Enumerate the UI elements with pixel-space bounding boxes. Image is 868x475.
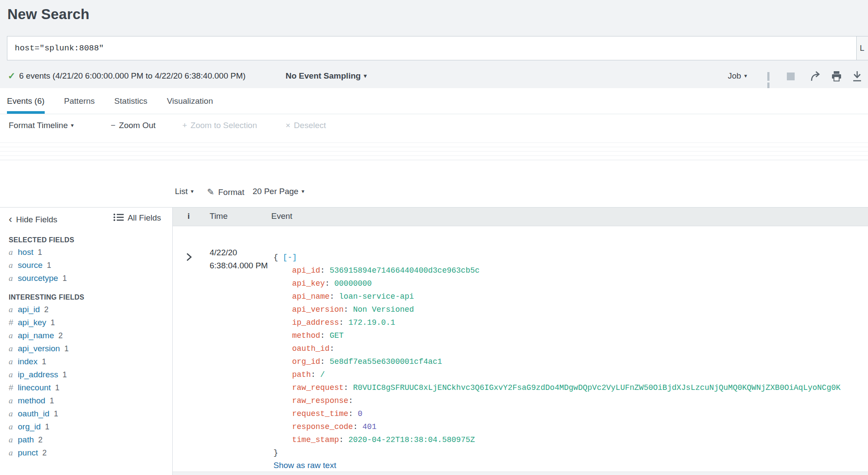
- field-row-api-name: aapi_name2: [0, 329, 172, 342]
- zoom-out-label: Zoom Out: [119, 121, 155, 130]
- json-value[interactable]: /: [320, 370, 325, 379]
- search-input[interactable]: host="splunk:8088": [7, 36, 856, 60]
- format-timeline-button[interactable]: Format Timeline▾: [9, 121, 74, 130]
- field-link-sourcetype[interactable]: sourcetype: [18, 274, 58, 283]
- print-icon[interactable]: [831, 70, 842, 84]
- timeline-controls: Format Timeline▾ −Zoom Out +Zoom to Sele…: [0, 115, 868, 135]
- json-key[interactable]: time_stamp: [292, 435, 339, 444]
- json-entry-api-id: api_id: 536915894e71466440400d3ce963cb5c: [273, 264, 841, 277]
- field-link-index[interactable]: index: [18, 357, 37, 366]
- format-timeline-label: Format Timeline: [9, 121, 68, 130]
- field-link-oauth-id[interactable]: oauth_id: [18, 409, 49, 418]
- deselect-label: Deselect: [294, 121, 326, 130]
- hide-fields-button[interactable]: ‹Hide Fields: [9, 213, 57, 225]
- json-key[interactable]: response_code: [292, 422, 353, 431]
- tab-statistics[interactable]: Statistics: [114, 88, 147, 114]
- pause-icon[interactable]: [767, 72, 774, 81]
- json-key[interactable]: api_name: [292, 292, 329, 301]
- list-view-dropdown[interactable]: List▾: [175, 187, 194, 196]
- share-icon[interactable]: [810, 71, 822, 84]
- field-count: 1: [51, 318, 55, 327]
- info-column-header: i: [187, 211, 190, 221]
- field-link-method[interactable]: method: [18, 396, 45, 405]
- field-count: 2: [42, 449, 46, 457]
- all-fields-button[interactable]: All Fields: [113, 213, 161, 224]
- json-entry-request-time: request_time: 0: [273, 407, 841, 420]
- field-link-path[interactable]: path: [18, 435, 34, 444]
- text-field-icon: a: [9, 272, 16, 285]
- json-entry-oauth-id: oauth_id:: [273, 342, 841, 355]
- field-row-api-key: #api_key1: [0, 316, 172, 329]
- json-key[interactable]: ip_address: [292, 318, 339, 327]
- json-key[interactable]: path: [292, 370, 311, 379]
- field-link-org-id[interactable]: org_id: [18, 422, 41, 431]
- zoom-out-button[interactable]: −Zoom Out: [111, 121, 156, 130]
- download-icon[interactable]: [852, 70, 863, 84]
- zoom-to-selection-button[interactable]: +Zoom to Selection: [182, 121, 257, 130]
- text-field-icon: a: [9, 342, 16, 355]
- text-field-icon: a: [9, 446, 16, 459]
- field-link-ip-address[interactable]: ip_address: [18, 370, 58, 379]
- json-key[interactable]: api_key: [292, 279, 325, 288]
- json-value[interactable]: 5e8df7ea55e6300001cf4ac1: [329, 357, 442, 366]
- tab-patterns[interactable]: Patterns: [64, 88, 95, 114]
- text-field-icon: a: [9, 259, 16, 272]
- field-link-punct[interactable]: punct: [18, 448, 38, 457]
- json-key[interactable]: api_version: [292, 305, 344, 314]
- json-key[interactable]: method: [292, 331, 320, 340]
- chevron-down-icon: ▾: [744, 73, 747, 79]
- json-value[interactable]: 0: [358, 409, 362, 418]
- job-dropdown[interactable]: Job▾: [728, 71, 747, 81]
- field-row-index: aindex1: [0, 355, 172, 368]
- format-results-button[interactable]: ✎Format: [207, 187, 244, 197]
- field-link-linecount[interactable]: linecount: [18, 383, 51, 392]
- json-value[interactable]: loan-service-api: [339, 292, 414, 301]
- show-as-raw-text-link[interactable]: Show as raw text: [273, 461, 336, 470]
- field-link-host[interactable]: host: [18, 247, 33, 257]
- json-key[interactable]: api_id: [292, 266, 320, 275]
- json-value[interactable]: 536915894e71466440400d3ce963cb5c: [329, 266, 480, 275]
- text-field-icon: a: [9, 420, 16, 433]
- field-count: 2: [38, 435, 43, 444]
- time-range-picker[interactable]: L: [856, 36, 868, 60]
- json-value[interactable]: 00000000: [334, 279, 372, 288]
- json-key[interactable]: raw_response: [292, 396, 349, 405]
- json-key[interactable]: request_time: [292, 409, 349, 418]
- field-count: 1: [38, 248, 42, 257]
- json-collapse-toggle[interactable]: [-]: [283, 253, 297, 262]
- field-link-api-key[interactable]: api_key: [18, 318, 46, 327]
- timeline-chart[interactable]: [0, 135, 868, 162]
- field-row-org-id: aorg_id1: [0, 420, 172, 433]
- field-link-api-name[interactable]: api_name: [18, 331, 54, 340]
- event-json: { [-]api_id: 536915894e71466440400d3ce96…: [273, 251, 841, 459]
- json-value[interactable]: 172.19.0.1: [349, 318, 395, 327]
- field-link-api-version[interactable]: api_version: [18, 344, 60, 353]
- pencil-icon: ✎: [207, 187, 214, 197]
- tab-events-6[interactable]: Events (6): [7, 88, 45, 114]
- field-link-api-id[interactable]: api_id: [18, 305, 40, 314]
- json-key[interactable]: org_id: [292, 357, 320, 366]
- text-field-icon: a: [9, 303, 16, 316]
- json-value[interactable]: GET: [329, 331, 343, 340]
- field-count: 1: [49, 396, 54, 405]
- list-icon: [113, 214, 124, 223]
- stop-icon[interactable]: [787, 73, 795, 80]
- json-key[interactable]: raw_request: [292, 383, 344, 392]
- results-controls: List▾ ✎Format 20 Per Page▾: [0, 182, 868, 202]
- events-table: i Time Event 4/22/20 6:38:04.000 PM { [-…: [173, 208, 868, 475]
- json-value[interactable]: Non Versioned: [353, 305, 414, 314]
- per-page-dropdown[interactable]: 20 Per Page▾: [253, 187, 304, 196]
- expand-event-chevron-icon[interactable]: [186, 252, 192, 264]
- json-value[interactable]: 401: [362, 422, 376, 431]
- success-check-icon: ✓: [8, 71, 16, 81]
- event-sampling-dropdown[interactable]: No Event Sampling▾: [286, 71, 367, 81]
- numeric-field-icon: #: [9, 381, 16, 394]
- tab-visualization[interactable]: Visualization: [167, 88, 213, 114]
- field-count: 2: [44, 305, 49, 314]
- field-link-source[interactable]: source: [18, 261, 43, 270]
- deselect-button[interactable]: ×Deselect: [286, 121, 326, 130]
- json-value[interactable]: 2020-04-22T18:38:04.580975Z: [349, 435, 475, 444]
- json-key[interactable]: oauth_id: [292, 344, 329, 353]
- field-row-host: ahost1: [0, 246, 172, 259]
- json-value[interactable]: R0VUIC8gSFRUUC8xLjENCkhvc3Q6IGxvY2FsaG9z…: [353, 383, 840, 392]
